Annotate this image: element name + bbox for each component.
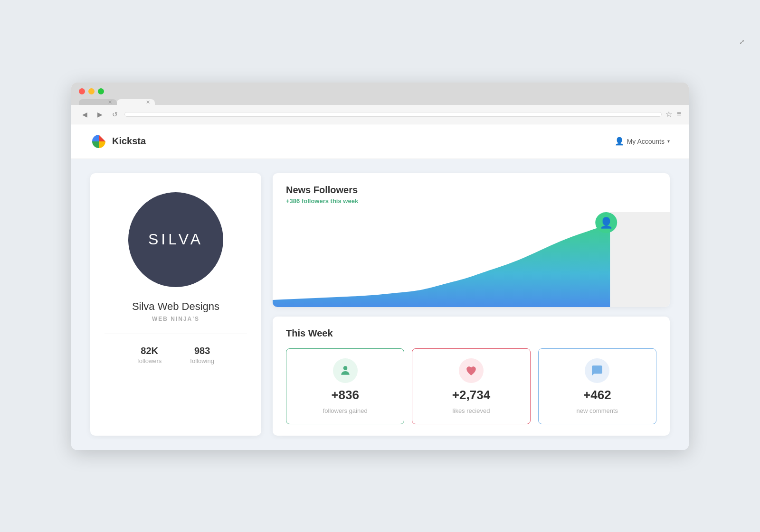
chart-subtitle: +386 followers this week [286,197,656,205]
app-content: SILVA Silva Web Designs WEB NINJA'S 82K … [71,159,689,450]
followers-count: 82K [137,345,162,356]
chart-subtitle-number: +386 [286,197,300,205]
refresh-button[interactable]: ↺ [109,109,121,120]
stats-row: +836 followers gained +2,734 likes [286,348,656,424]
tab-1[interactable]: ✕ [79,99,117,105]
chart-card: News Followers +386 followers this week [273,173,670,307]
svg-text:👤: 👤 [599,216,614,229]
profile-stats: 82K followers 983 following [137,345,214,365]
avatar: SILVA [128,192,223,287]
logo-area: Kicksta [90,133,146,150]
followers-gained-icon [333,358,358,383]
traffic-lights [79,88,681,94]
svg-rect-1 [610,212,670,307]
new-comments-icon [585,358,609,383]
new-comments-number: +462 [583,388,611,402]
profile-subtitle: WEB NINJA'S [152,316,200,322]
menu-icon[interactable]: ≡ [677,110,681,119]
followers-label: followers [137,357,162,364]
my-accounts-label: My Accounts [627,138,665,145]
profile-divider [104,334,247,334]
svg-point-3 [343,366,347,370]
maximize-button[interactable] [98,88,104,94]
browser-content: Kicksta 👤 My Accounts ▾ SILVA Silva Web … [71,124,689,450]
logo-text: Kicksta [112,136,146,147]
new-comments-label: new comments [577,407,618,414]
tab-close-active-icon[interactable]: ✕ [146,99,150,105]
following-stat: 983 following [190,345,214,365]
chart-subtitle-text: followers this week [300,197,358,205]
chart-area: 👤 [273,212,670,307]
address-bar[interactable] [124,112,662,117]
followers-chart-svg: 👤 [273,212,670,307]
likes-received-icon [459,358,484,383]
browser-toolbar: ◀ ▶ ↺ ☆ ≡ ⤢ [71,105,689,124]
likes-received-card: +2,734 likes recieved [412,348,530,424]
app-header: Kicksta 👤 My Accounts ▾ [71,124,689,159]
minimize-button[interactable] [88,88,95,94]
browser-chrome: ✕ ✕ [71,83,689,105]
browser-window: ✕ ✕ ◀ ▶ ↺ ☆ ≡ ⤢ [71,83,689,450]
new-comments-card: +462 new comments [538,348,656,424]
followers-stat: 82K followers [137,345,162,365]
avatar-text: SILVA [148,231,203,248]
profile-name: Silva Web Designs [132,300,219,313]
star-icon[interactable]: ☆ [665,110,672,119]
likes-received-number: +2,734 [452,388,490,402]
close-button[interactable] [79,88,85,94]
back-button[interactable]: ◀ [79,109,90,120]
right-panel: News Followers +386 followers this week [273,173,670,436]
forward-button[interactable]: ▶ [94,109,105,120]
toolbar-right: ☆ ≡ ⤢ [665,110,681,119]
following-label: following [190,357,214,364]
kicksta-logo-icon [90,133,107,150]
user-icon: 👤 [615,137,624,146]
my-accounts-button[interactable]: 👤 My Accounts ▾ [615,137,670,146]
tabs-bar: ✕ ✕ [79,99,681,105]
followers-gained-label: followers gained [323,407,368,414]
chevron-down-icon: ▾ [667,139,670,144]
this-week-title: This Week [286,328,656,339]
this-week-card: This Week +836 followers gained [273,317,670,436]
followers-gained-card: +836 followers gained [286,348,404,424]
chart-title: News Followers [286,185,656,196]
following-count: 983 [190,345,214,356]
tab-2-active[interactable]: ✕ [117,99,155,105]
likes-received-label: likes recieved [453,407,490,414]
profile-card: SILVA Silva Web Designs WEB NINJA'S 82K … [90,173,261,436]
tab-close-icon[interactable]: ✕ [108,99,112,105]
followers-gained-number: +836 [331,388,359,402]
